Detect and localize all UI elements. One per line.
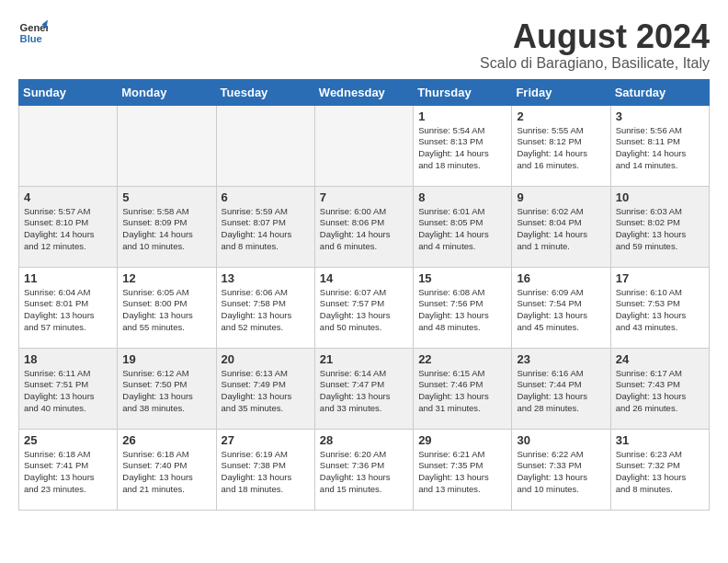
cell-text: Sunrise: 6:17 AMSunset: 7:43 PMDaylight:… [616,368,704,415]
cell-text: Sunrise: 6:09 AMSunset: 7:54 PMDaylight:… [517,287,605,334]
calendar-cell: 23Sunrise: 6:16 AMSunset: 7:44 PMDayligh… [512,348,610,429]
cell-text: Sunrise: 5:57 AMSunset: 8:10 PMDaylight:… [24,206,112,253]
cell-text: Sunrise: 6:00 AMSunset: 8:06 PMDaylight:… [320,206,408,253]
title-block: August 2024 Scalo di Baragiano, Basilica… [480,18,710,72]
cell-text: Sunrise: 6:11 AMSunset: 7:51 PMDaylight:… [24,368,112,415]
cell-text: Sunrise: 6:13 AMSunset: 7:49 PMDaylight:… [222,368,310,415]
day-number: 13 [222,271,310,285]
calendar-cell: 18Sunrise: 6:11 AMSunset: 7:51 PMDayligh… [19,348,118,429]
cell-text: Sunrise: 6:22 AMSunset: 7:33 PMDaylight:… [517,449,605,496]
col-saturday: Saturday [610,79,709,105]
calendar-cell: 5Sunrise: 5:58 AMSunset: 8:09 PMDaylight… [118,186,216,267]
calendar-cell: 25Sunrise: 6:18 AMSunset: 7:41 PMDayligh… [19,429,118,510]
calendar-week-3: 11Sunrise: 6:04 AMSunset: 8:01 PMDayligh… [19,267,710,348]
calendar-cell: 15Sunrise: 6:08 AMSunset: 7:56 PMDayligh… [414,267,512,348]
day-number: 10 [616,190,704,204]
calendar-cell: 31Sunrise: 6:23 AMSunset: 7:32 PMDayligh… [610,429,709,510]
calendar-cell: 3Sunrise: 5:56 AMSunset: 8:11 PMDaylight… [610,105,709,186]
col-monday: Monday [118,79,216,105]
day-number: 5 [122,190,210,204]
calendar-cell: 30Sunrise: 6:22 AMSunset: 7:33 PMDayligh… [512,429,610,510]
day-number: 21 [320,352,408,366]
calendar-cell: 22Sunrise: 6:15 AMSunset: 7:46 PMDayligh… [414,348,512,429]
day-number: 19 [122,352,210,366]
page-container: General Blue August 2024 Scalo di Baragi… [18,18,710,511]
calendar-week-2: 4Sunrise: 5:57 AMSunset: 8:10 PMDaylight… [19,186,710,267]
calendar-table: Sunday Monday Tuesday Wednesday Thursday… [18,79,710,511]
calendar-cell: 10Sunrise: 6:03 AMSunset: 8:02 PMDayligh… [610,186,709,267]
cell-text: Sunrise: 6:20 AMSunset: 7:36 PMDaylight:… [320,449,408,496]
cell-text: Sunrise: 6:07 AMSunset: 7:57 PMDaylight:… [320,287,408,334]
cell-text: Sunrise: 6:21 AMSunset: 7:35 PMDaylight:… [418,449,506,496]
cell-text: Sunrise: 6:02 AMSunset: 8:04 PMDaylight:… [517,206,605,253]
cell-text: Sunrise: 6:10 AMSunset: 7:53 PMDaylight:… [616,287,704,334]
day-number: 23 [517,352,605,366]
calendar-cell: 8Sunrise: 6:01 AMSunset: 8:05 PMDaylight… [414,186,512,267]
calendar-cell: 17Sunrise: 6:10 AMSunset: 7:53 PMDayligh… [610,267,709,348]
cell-text: Sunrise: 6:05 AMSunset: 8:00 PMDaylight:… [122,287,210,334]
calendar-cell: 9Sunrise: 6:02 AMSunset: 8:04 PMDaylight… [512,186,610,267]
calendar-cell: 20Sunrise: 6:13 AMSunset: 7:49 PMDayligh… [216,348,314,429]
calendar-cell: 14Sunrise: 6:07 AMSunset: 7:57 PMDayligh… [314,267,413,348]
day-number: 16 [517,271,605,285]
day-number: 22 [418,352,506,366]
day-number: 26 [122,433,210,447]
calendar-week-1: 1Sunrise: 5:54 AMSunset: 8:13 PMDaylight… [19,105,710,186]
day-number: 14 [320,271,408,285]
col-thursday: Thursday [414,79,512,105]
cell-text: Sunrise: 6:04 AMSunset: 8:01 PMDaylight:… [24,287,112,334]
day-number: 27 [222,433,310,447]
cell-text: Sunrise: 6:15 AMSunset: 7:46 PMDaylight:… [418,368,506,415]
calendar-cell: 13Sunrise: 6:06 AMSunset: 7:58 PMDayligh… [216,267,314,348]
col-sunday: Sunday [19,79,118,105]
logo: General Blue [18,18,48,48]
calendar-cell: 21Sunrise: 6:14 AMSunset: 7:47 PMDayligh… [314,348,413,429]
col-friday: Friday [512,79,610,105]
day-number: 9 [517,190,605,204]
calendar-cell: 11Sunrise: 6:04 AMSunset: 8:01 PMDayligh… [19,267,118,348]
day-number: 8 [418,190,506,204]
day-number: 4 [24,190,112,204]
cell-text: Sunrise: 6:18 AMSunset: 7:41 PMDaylight:… [24,449,112,496]
col-wednesday: Wednesday [314,79,413,105]
svg-text:Blue: Blue [20,33,42,44]
cell-text: Sunrise: 5:55 AMSunset: 8:12 PMDaylight:… [517,125,605,172]
calendar-week-5: 25Sunrise: 6:18 AMSunset: 7:41 PMDayligh… [19,429,710,510]
cell-text: Sunrise: 5:59 AMSunset: 8:07 PMDaylight:… [222,206,310,253]
cell-text: Sunrise: 6:18 AMSunset: 7:40 PMDaylight:… [122,449,210,496]
calendar-cell: 24Sunrise: 6:17 AMSunset: 7:43 PMDayligh… [610,348,709,429]
cell-text: Sunrise: 6:06 AMSunset: 7:58 PMDaylight:… [222,287,310,334]
calendar-cell: 16Sunrise: 6:09 AMSunset: 7:54 PMDayligh… [512,267,610,348]
cell-text: Sunrise: 6:12 AMSunset: 7:50 PMDaylight:… [122,368,210,415]
calendar-cell: 12Sunrise: 6:05 AMSunset: 8:00 PMDayligh… [118,267,216,348]
calendar-week-4: 18Sunrise: 6:11 AMSunset: 7:51 PMDayligh… [19,348,710,429]
calendar-cell: 6Sunrise: 5:59 AMSunset: 8:07 PMDaylight… [216,186,314,267]
col-tuesday: Tuesday [216,79,314,105]
cell-text: Sunrise: 6:16 AMSunset: 7:44 PMDaylight:… [517,368,605,415]
day-number: 2 [517,109,605,123]
calendar-cell: 26Sunrise: 6:18 AMSunset: 7:40 PMDayligh… [118,429,216,510]
day-number: 6 [222,190,310,204]
calendar-cell: 27Sunrise: 6:19 AMSunset: 7:38 PMDayligh… [216,429,314,510]
day-number: 12 [122,271,210,285]
day-number: 11 [24,271,112,285]
cell-text: Sunrise: 6:23 AMSunset: 7:32 PMDaylight:… [616,449,704,496]
day-number: 7 [320,190,408,204]
day-number: 31 [616,433,704,447]
calendar-cell: 28Sunrise: 6:20 AMSunset: 7:36 PMDayligh… [314,429,413,510]
cell-text: Sunrise: 6:14 AMSunset: 7:47 PMDaylight:… [320,368,408,415]
calendar-cell: 29Sunrise: 6:21 AMSunset: 7:35 PMDayligh… [414,429,512,510]
day-number: 29 [418,433,506,447]
cell-text: Sunrise: 5:58 AMSunset: 8:09 PMDaylight:… [122,206,210,253]
calendar-cell: 2Sunrise: 5:55 AMSunset: 8:12 PMDaylight… [512,105,610,186]
day-number: 17 [616,271,704,285]
day-number: 1 [418,109,506,123]
cell-text: Sunrise: 6:19 AMSunset: 7:38 PMDaylight:… [222,449,310,496]
calendar-cell [118,105,216,186]
cell-text: Sunrise: 6:08 AMSunset: 7:56 PMDaylight:… [418,287,506,334]
day-number: 30 [517,433,605,447]
month-title: August 2024 [480,18,710,55]
cell-text: Sunrise: 5:54 AMSunset: 8:13 PMDaylight:… [418,125,506,172]
day-number: 15 [418,271,506,285]
location-subtitle: Scalo di Baragiano, Basilicate, Italy [480,55,710,72]
